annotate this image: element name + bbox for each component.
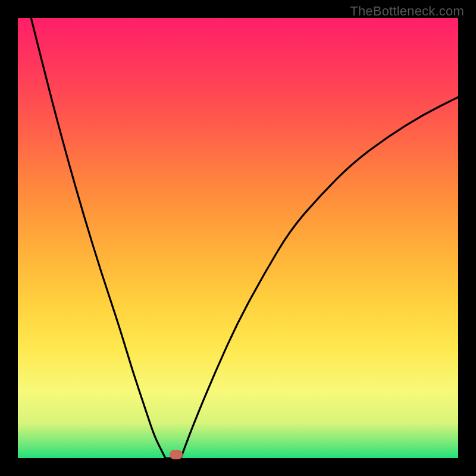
bottleneck-curve xyxy=(31,18,458,458)
curve-svg xyxy=(18,18,458,458)
watermark-text: TheBottleneck.com xyxy=(350,4,464,19)
chart-frame: TheBottleneck.com xyxy=(0,0,476,476)
plot-area xyxy=(18,18,458,458)
value-marker xyxy=(170,450,183,459)
